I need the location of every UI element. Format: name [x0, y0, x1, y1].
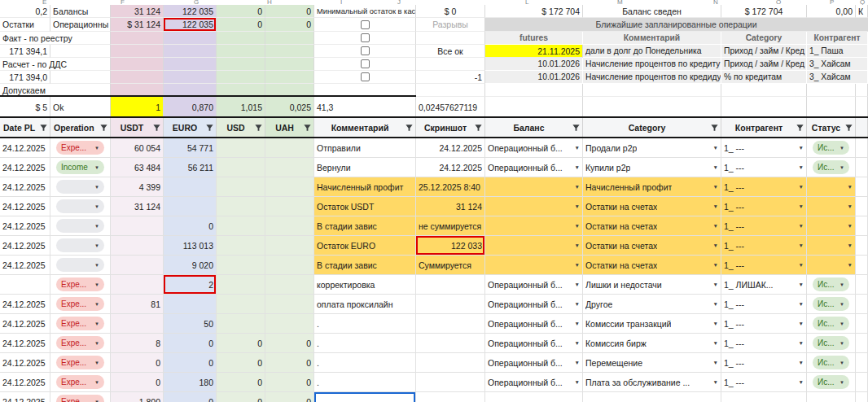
top-cell-empty[interactable]	[485, 97, 583, 118]
top-cell[interactable]: % по кредитам	[721, 71, 807, 84]
column-header-counterparty[interactable]: Контрагент	[721, 118, 807, 137]
cell-comment[interactable]: Начисленный профит	[314, 177, 416, 197]
checkbox-cell[interactable]	[314, 58, 416, 71]
cell-usd[interactable]	[217, 216, 265, 236]
cell-euro[interactable]: 56 211	[164, 158, 217, 177]
top-cell-empty[interactable]	[265, 58, 314, 71]
top-cell[interactable]: Начисление процентов по кредиту	[583, 58, 721, 71]
cell-status[interactable]: Ис...▼	[807, 295, 856, 314]
top-cell-empty[interactable]	[807, 84, 856, 97]
cell-uah[interactable]	[265, 256, 314, 275]
checkbox[interactable]	[361, 20, 370, 29]
cell-balance[interactable]	[485, 392, 583, 402]
status-dropdown[interactable]: Ис...▼	[813, 356, 849, 369]
cell-uah[interactable]: 0	[265, 392, 314, 402]
top-cell[interactable]: 21.11.2025	[485, 45, 583, 58]
cell-comment[interactable]: корректировка	[314, 275, 416, 295]
cell-usdt[interactable]: 81	[111, 295, 164, 314]
column-header-operation[interactable]: Operation	[50, 118, 111, 137]
cell-balance[interactable]: Операционный б...▼	[485, 275, 583, 295]
operation-dropdown[interactable]: Income▼	[56, 160, 104, 174]
filter-icon[interactable]	[254, 123, 263, 132]
cell-usd[interactable]	[217, 197, 265, 216]
cell-comment[interactable]: .	[314, 334, 416, 353]
top-cell[interactable]: Факт - по реестру	[0, 32, 111, 45]
top-cell[interactable]: Ближайшие запланированные операции	[485, 18, 868, 32]
cell-comment[interactable]: В стадии завис	[314, 256, 416, 275]
cell-party[interactable]: 1_ ---▼	[721, 314, 807, 334]
cell-usd[interactable]	[217, 275, 265, 295]
checkbox[interactable]	[361, 46, 370, 55]
cell-category[interactable]: Лишки и недостачи▼	[583, 275, 721, 295]
cell-comment[interactable]: .	[314, 353, 416, 373]
cell-euro[interactable]: 9 020	[164, 256, 217, 275]
cell-balance[interactable]: Операционный б...▼	[485, 295, 583, 314]
cell-operation[interactable]: Expe...▼	[50, 353, 111, 373]
top-cell-empty[interactable]	[217, 58, 265, 71]
cell-usdt[interactable]: 8	[111, 334, 164, 353]
cell-category[interactable]: Остатки на счетах▼	[583, 256, 721, 275]
filter-icon[interactable]	[572, 123, 581, 132]
cell-euro[interactable]: 113 013	[164, 236, 217, 256]
cell-balance[interactable]: Операционный б...▼	[485, 373, 583, 392]
top-cell[interactable]: 10.01.2026	[485, 71, 583, 84]
top-cell-empty[interactable]	[164, 58, 217, 71]
cell-usdt[interactable]	[111, 275, 164, 295]
top-cell[interactable]: $ 0	[416, 5, 485, 18]
cell-operation[interactable]: ▼	[50, 216, 111, 236]
cell-category[interactable]: Другое▼	[583, 295, 721, 314]
cell-status[interactable]: Ис...▼	[807, 334, 856, 353]
cell-date[interactable]: 24.12.2025	[0, 216, 50, 236]
cell-date[interactable]	[0, 275, 50, 295]
cell-balance[interactable]: Операционный б...▼	[485, 138, 583, 158]
filter-icon[interactable]	[303, 123, 312, 132]
top-cell-empty[interactable]	[807, 97, 856, 118]
cell-status[interactable]	[807, 392, 856, 402]
cell-euro[interactable]: 0	[164, 334, 217, 353]
status-dropdown[interactable]: Ис...▼	[813, 141, 849, 155]
top-cell[interactable]: $ 31 124	[111, 18, 164, 32]
top-cell[interactable]: 122 035	[164, 5, 217, 18]
operation-dropdown[interactable]: Expe...▼	[56, 277, 104, 291]
cell-status[interactable]: Ис...▼	[807, 138, 856, 158]
top-cell[interactable]: 0	[265, 18, 314, 32]
cell-euro[interactable]: 0	[164, 353, 217, 373]
top-cell[interactable]: 41,3	[314, 97, 416, 118]
top-cell-empty[interactable]	[164, 45, 217, 58]
cell-date[interactable]: 24.12.2025	[0, 256, 50, 275]
operation-dropdown[interactable]: ▼	[56, 258, 104, 272]
cell-operation[interactable]: Expe...▼	[50, 138, 111, 158]
cell-usd[interactable]	[217, 177, 265, 197]
cell-status[interactable]: ▼	[807, 177, 856, 197]
top-cell[interactable]: 31 124	[111, 5, 164, 18]
cell-screenshot[interactable]	[416, 295, 485, 314]
top-cell[interactable]: 1,015	[217, 97, 265, 118]
column-header-date-pl[interactable]: Date PL	[0, 118, 50, 137]
operation-dropdown[interactable]: Expe...▼	[56, 336, 104, 350]
cell-category[interactable]: Остатки на счетах▼	[583, 197, 721, 216]
cell-date[interactable]: 24.12.2025	[0, 197, 50, 216]
status-dropdown[interactable]: Ис...▼	[813, 336, 849, 350]
top-cell[interactable]: Приход / займ / Кред	[721, 58, 807, 71]
top-cell[interactable]: 0	[217, 5, 265, 18]
operation-dropdown[interactable]: ▼	[56, 199, 104, 213]
top-cell-empty[interactable]	[583, 97, 721, 118]
checkbox[interactable]	[361, 72, 370, 81]
cell-date[interactable]: 24.12.2025	[0, 236, 50, 256]
cell-operation[interactable]: Expe...▼	[50, 275, 111, 295]
cell-date[interactable]: 24.12.2025	[0, 295, 50, 314]
cell-category[interactable]: Купили p2p▼	[583, 158, 721, 177]
cell-status[interactable]: ▼	[807, 256, 856, 275]
cell-operation[interactable]: Expe...▼	[50, 334, 111, 353]
top-cell[interactable]: 171 394,0	[0, 71, 50, 84]
top-cell[interactable]: $ 172 704	[485, 5, 583, 18]
cell-uah[interactable]: 0	[265, 334, 314, 353]
column-header-status[interactable]: Статус	[807, 118, 856, 137]
top-cell-empty[interactable]	[856, 84, 868, 97]
filter-icon[interactable]	[796, 123, 804, 132]
top-cell-empty[interactable]	[217, 71, 265, 84]
cell-comment[interactable]: Вернули	[314, 158, 416, 177]
column-header-usd[interactable]: USD	[217, 118, 265, 137]
top-cell[interactable]: дали в долг до Понедельника	[583, 45, 721, 58]
cell-balance[interactable]: Операционный б...▼	[485, 314, 583, 334]
